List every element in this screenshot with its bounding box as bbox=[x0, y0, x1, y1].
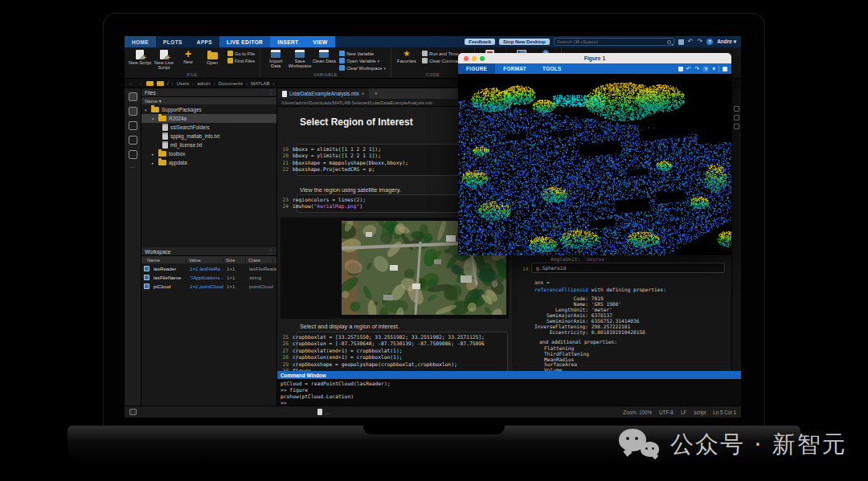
right-panel-icon-1[interactable] bbox=[734, 106, 739, 112]
code-line[interactable]: 28 cropbboxlon(end+1) = cropbboxlon(1); bbox=[297, 354, 507, 361]
figure-tab-format[interactable]: FORMAT bbox=[495, 63, 534, 74]
text-line: Name: 'GRS 1980' bbox=[534, 301, 645, 307]
workspace-row[interactable]: lasFileName "/Applications..." 1×1 strin… bbox=[141, 273, 276, 282]
code-line[interactable]: 25 cropbboxlat = [33.2571550; 33.2551982… bbox=[297, 334, 507, 340]
lidar-point-cloud[interactable] bbox=[458, 74, 731, 255]
status-zoom[interactable]: Zoom: 100% bbox=[623, 410, 652, 415]
right-panel-icon-2[interactable] bbox=[734, 115, 739, 120]
tree-item-appdata[interactable]: ▸ appdata bbox=[141, 158, 276, 167]
command-window-header[interactable]: Command Window bbox=[277, 371, 741, 379]
maximize-window-icon[interactable] bbox=[480, 56, 485, 61]
save-icon[interactable] bbox=[678, 39, 684, 45]
crumb-documents[interactable]: Documents bbox=[219, 81, 243, 86]
editor-tab[interactable]: LidarDataExampleAnalysis.mlx × bbox=[277, 88, 369, 99]
files-kebab-icon[interactable]: ⋮ bbox=[268, 89, 274, 96]
new-variable-button[interactable]: New Variable bbox=[339, 51, 386, 56]
workspace-row[interactable]: lasReader 1×1 lasFileRe... 1×1 lasFileRe… bbox=[141, 264, 276, 273]
panel-more-icon[interactable]: ⋯ bbox=[129, 165, 136, 171]
forward-icon[interactable]: → bbox=[137, 80, 143, 86]
import-data-button[interactable]: Import Data bbox=[264, 49, 288, 68]
right-panel-icon-3[interactable] bbox=[734, 124, 739, 129]
tab-home[interactable]: HOME bbox=[125, 36, 156, 47]
new-script-button[interactable]: New Script bbox=[128, 49, 152, 65]
new-button[interactable]: + New bbox=[176, 49, 200, 64]
panel-plots-icon[interactable] bbox=[129, 136, 137, 145]
status-window-icon[interactable] bbox=[129, 409, 137, 415]
tree-item-license[interactable]: mll_license.txt bbox=[141, 141, 276, 149]
figure-caret-icon[interactable]: ▾ bbox=[712, 66, 715, 72]
code-line[interactable]: 29 cropbboxshape = geopolyshape(cropbbox… bbox=[297, 361, 507, 368]
tab-plots[interactable]: PLOTS bbox=[156, 36, 190, 47]
find-files-icon bbox=[227, 58, 233, 63]
panel-apps-icon[interactable] bbox=[129, 150, 137, 159]
crumb-root[interactable]: / bbox=[167, 81, 169, 86]
status-encoding[interactable]: UTF-8 bbox=[659, 410, 674, 415]
tree-item-r2024a[interactable]: ▾ R2024a bbox=[141, 114, 276, 123]
save-workspace-button[interactable]: Save Workspace bbox=[288, 49, 312, 68]
tab-apps[interactable]: APPS bbox=[190, 36, 219, 47]
code-line[interactable]: 26 cropbboxlon = [-87.7530648; -87.75301… bbox=[297, 340, 507, 347]
open-button[interactable]: Open bbox=[200, 49, 224, 65]
figure-tab-figure[interactable]: FIGURE bbox=[458, 63, 495, 74]
crumb-users[interactable]: Users bbox=[177, 81, 190, 86]
figure-redo-icon[interactable]: ↷ bbox=[694, 66, 699, 72]
tab-live-editor[interactable]: LIVE EDITOR bbox=[219, 36, 270, 47]
workspace-column-header[interactable]: Name Value Size Class bbox=[141, 256, 276, 264]
panel-files-icon[interactable] bbox=[129, 92, 137, 101]
tree-item-ssisearchfolders[interactable]: ssiSearchFolders bbox=[141, 123, 276, 132]
clean-data-button[interactable]: Clean Data bbox=[312, 49, 336, 63]
code-block-3[interactable]: 25 cropbboxlat = [33.2571550; 33.2551982… bbox=[297, 332, 508, 371]
reference-ellipsoid-link[interactable]: referenceEllipsoid bbox=[534, 287, 588, 292]
workspace-kebab-icon[interactable]: ⋮ bbox=[268, 248, 274, 255]
tree-item-sppkg-info[interactable]: sppkg_matlab_info.txt bbox=[141, 132, 276, 141]
figure-tab-tools[interactable]: TOOLS bbox=[534, 63, 570, 74]
figure-title: Figure 1 bbox=[584, 55, 605, 61]
crumb-matlab[interactable]: MATLAB bbox=[251, 81, 270, 86]
tab-view[interactable]: VIEW bbox=[305, 36, 334, 47]
minimize-window-icon[interactable] bbox=[472, 56, 477, 61]
new-live-script-button[interactable]: New Live Script bbox=[152, 49, 176, 70]
open-variable-button[interactable]: Open Variable▾ bbox=[339, 58, 386, 63]
redo-icon[interactable]: ↷ bbox=[697, 39, 702, 45]
feedback-button[interactable]: Feedback bbox=[465, 39, 495, 45]
crumb-admin[interactable]: admin bbox=[197, 81, 210, 86]
new-tab-button[interactable]: + bbox=[369, 88, 383, 99]
status-filetype[interactable]: script bbox=[694, 410, 706, 415]
figure-window[interactable]: Figure 1 FIGURE FORMAT TOOLS ↶ ↷ ? ▾ bbox=[458, 53, 731, 255]
output-code-line[interactable]: g.Spheroid bbox=[531, 263, 725, 273]
find-files-button[interactable]: Find Files bbox=[227, 58, 255, 63]
favorites-button[interactable]: ★ Favorites bbox=[395, 49, 419, 63]
figure-canvas-area[interactable] bbox=[458, 74, 731, 255]
figure-save-icon[interactable] bbox=[678, 67, 683, 71]
figure-undo-icon[interactable]: ↶ bbox=[686, 66, 691, 72]
figure-help-icon[interactable]: ? bbox=[702, 66, 709, 72]
tab-insert[interactable]: INSERT bbox=[270, 36, 305, 47]
workspace-panel-header[interactable]: Workspace ⋮ bbox=[141, 247, 276, 256]
panel-variables-icon[interactable] bbox=[129, 121, 137, 130]
figure-dock-icon[interactable] bbox=[723, 67, 727, 71]
undo-icon[interactable]: ↶ bbox=[688, 39, 694, 45]
tree-item-toolbox[interactable]: ▸ toolbox bbox=[141, 149, 276, 158]
status-cursor-position[interactable]: Ln 5 Col 1 bbox=[713, 410, 736, 415]
search-icon[interactable] bbox=[667, 40, 671, 44]
search-input[interactable] bbox=[555, 39, 667, 44]
files-column-header[interactable]: Name ▾ bbox=[141, 97, 276, 105]
new-variable-icon bbox=[339, 51, 345, 56]
stop-new-desktop-button[interactable]: Stop New Desktop bbox=[499, 39, 550, 45]
code-line[interactable]: 27 cropbboxlat(end+1) = cropbboxlat(1); bbox=[297, 348, 507, 354]
tree-item-supportpackages[interactable]: ▾ SupportPackages bbox=[141, 105, 276, 114]
close-window-icon[interactable] bbox=[464, 56, 469, 61]
close-tab-icon[interactable]: × bbox=[362, 91, 365, 96]
files-panel-header[interactable]: Files ⋮ bbox=[141, 88, 276, 97]
user-menu[interactable]: Andre ▾ bbox=[717, 39, 736, 45]
figure-titlebar[interactable]: Figure 1 bbox=[458, 53, 731, 63]
panel-grid-icon[interactable] bbox=[129, 107, 137, 116]
go-to-file-button[interactable]: Go to File bbox=[227, 51, 255, 56]
folder-up-icon[interactable] bbox=[146, 81, 154, 86]
status-eol[interactable]: LF bbox=[681, 410, 686, 415]
command-window-console[interactable]: ptCloud = readPointCloud(lasReader); >> … bbox=[277, 379, 741, 408]
help-icon[interactable]: ? bbox=[706, 39, 713, 45]
back-icon[interactable]: ← bbox=[129, 80, 134, 86]
workspace-row[interactable]: ptCloud 1×1 pointCloud 1×1 pointCloud bbox=[141, 282, 276, 291]
clear-workspace-button[interactable]: Clear Workspace▾ bbox=[339, 65, 386, 71]
